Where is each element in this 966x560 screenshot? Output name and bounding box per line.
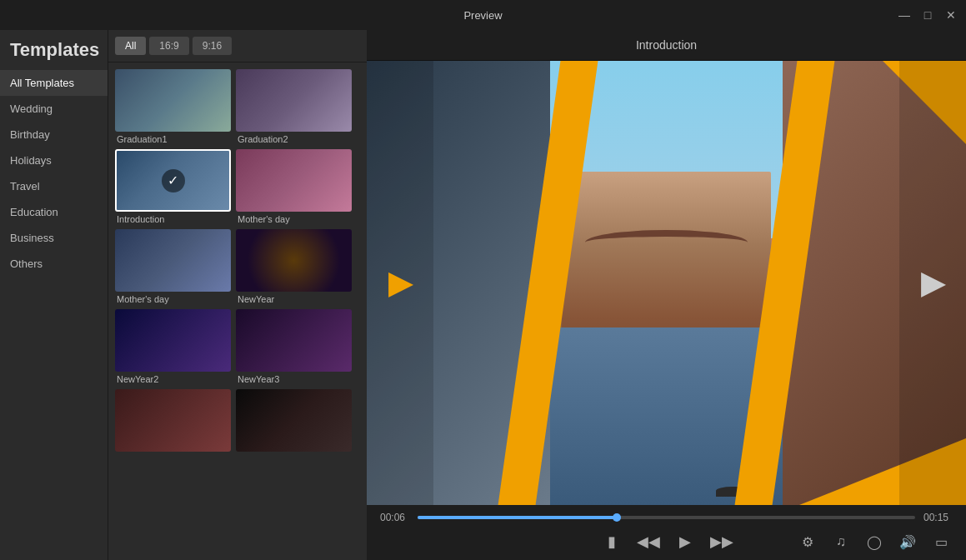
thumb-img-introduction: ✓ <box>115 149 231 212</box>
sidebar-item-travel[interactable]: Travel <box>0 173 108 199</box>
settings-button[interactable]: ⚙ <box>796 530 819 553</box>
forward-button[interactable]: ▶▶ <box>710 530 733 553</box>
thumb-label-newyear2: NewYear2 <box>115 374 231 384</box>
thumb-label-newyear: NewYear <box>236 294 352 304</box>
total-time: 00:15 <box>923 512 953 523</box>
volume-button[interactable]: 🔊 <box>896 530 919 553</box>
thumb-check-icon: ✓ <box>162 169 185 192</box>
music-button[interactable]: ♫ <box>829 530 853 553</box>
nav-left[interactable]: ▶ <box>367 61 433 505</box>
clock-button[interactable]: ◯ <box>863 530 886 553</box>
close-button[interactable]: ✕ <box>943 7 959 23</box>
thumb-img-scene2 <box>236 389 352 452</box>
preview-title: Introduction <box>367 30 966 61</box>
filter-9-16[interactable]: 9:16 <box>193 37 232 55</box>
titlebar-controls: — □ ✕ <box>896 7 959 23</box>
ctrl-settings: ⚙ ♫ ◯ 🔊 ▭ <box>796 530 953 553</box>
progress-fill <box>418 516 617 519</box>
controls-row: ▮ ◀◀ ▶ ▶▶ ⚙ <box>380 530 953 553</box>
sidebar-item-wedding[interactable]: Wedding <box>0 96 108 122</box>
preview-video: ▶ <box>367 61 966 505</box>
player-controls: 00:06 00:15 ▮ ◀◀ ▶ <box>367 505 966 560</box>
fullscreen-button[interactable]: ▭ <box>929 530 953 553</box>
progress-bar-row: 00:06 00:15 <box>380 512 953 523</box>
thumb-introduction[interactable]: ✓Introduction <box>115 149 231 224</box>
rewind-icon: ◀◀ <box>637 532 660 551</box>
music-icon: ♫ <box>836 534 846 549</box>
thumb-img-newyear3 <box>236 309 352 372</box>
thumb-newyear[interactable]: NewYear <box>236 229 352 304</box>
right-arrow-icon: ▶ <box>921 266 944 301</box>
thumb-graduation1[interactable]: Graduation1 <box>115 69 231 144</box>
gear-icon: ⚙ <box>802 534 813 550</box>
left-arrow-icon: ▶ <box>388 266 412 301</box>
thumb-label-graduation1: Graduation1 <box>115 134 231 144</box>
thumb-newyear2[interactable]: NewYear2 <box>115 309 231 384</box>
filter-16-9[interactable]: 16:9 <box>149 37 188 55</box>
sidebar-item-birthday[interactable]: Birthday <box>0 122 108 148</box>
rewind-button[interactable]: ◀◀ <box>637 530 660 553</box>
minimize-button[interactable]: — <box>896 7 913 23</box>
maximize-button[interactable]: □ <box>919 7 936 23</box>
thumb-img-scene1 <box>115 389 231 452</box>
play-icon: ▶ <box>679 532 691 551</box>
thumb-label-newyear3: NewYear3 <box>236 374 352 384</box>
clock-icon: ◯ <box>867 534 882 550</box>
thumb-label-mothersday1: Mother's day <box>236 214 352 224</box>
left-panel: Templates All TemplatesWeddingBirthdayHo… <box>0 30 108 560</box>
thumb-img-newyear2 <box>115 309 231 372</box>
thumb-img-mothersday2 <box>115 229 231 292</box>
sidebar-item-holidays[interactable]: Holidays <box>0 148 108 173</box>
thumb-img-mothersday1 <box>236 149 352 212</box>
venice-arch <box>585 230 748 255</box>
progress-track[interactable] <box>418 516 915 519</box>
thumb-img-graduation1 <box>115 69 231 132</box>
section-label: Templates <box>0 30 108 63</box>
play-button[interactable]: ▶ <box>673 530 697 553</box>
thumb-grid: Graduation1Graduation2✓IntroductionMothe… <box>115 69 352 454</box>
titlebar-title: Preview <box>463 9 502 22</box>
category-list: All TemplatesWeddingBirthdayHolidaysTrav… <box>0 63 108 560</box>
sidebar-item-business[interactable]: Business <box>0 225 108 251</box>
fullscreen-icon: ▭ <box>935 534 948 550</box>
thumb-img-newyear <box>236 229 352 292</box>
progress-thumb <box>613 513 621 522</box>
thumb-scene2[interactable] <box>236 389 352 454</box>
thumb-mothersday1[interactable]: Mother's day <box>236 149 352 224</box>
preview-canvas: ▶ <box>367 61 966 505</box>
sidebar-item-all[interactable]: All Templates <box>0 70 108 96</box>
thumb-graduation2[interactable]: Graduation2 <box>236 69 352 144</box>
current-time: 00:06 <box>380 512 409 523</box>
preview-panel: Introduction ▶ <box>367 30 966 560</box>
thumb-label-mothersday2: Mother's day <box>115 294 231 304</box>
filter-all[interactable]: All <box>115 37 146 55</box>
stop-icon: ▮ <box>608 532 616 551</box>
thumb-mothersday2[interactable]: Mother's day <box>115 229 231 304</box>
thumb-scene1[interactable] <box>115 389 231 454</box>
thumb-label-introduction: Introduction <box>115 214 231 224</box>
thumb-label-graduation2: Graduation2 <box>236 134 352 144</box>
thumbnail-grid-container[interactable]: Graduation1Graduation2✓IntroductionMothe… <box>108 62 358 461</box>
filter-bar: All 16:9 9:16 <box>108 30 367 62</box>
stop-button[interactable]: ▮ <box>600 530 623 553</box>
sidebar-item-education[interactable]: Education <box>0 199 108 225</box>
volume-icon: 🔊 <box>899 534 916 550</box>
thumb-newyear3[interactable]: NewYear3 <box>236 309 352 384</box>
titlebar: Preview — □ ✕ <box>0 0 966 30</box>
content-area: All 16:9 9:16 Graduation1Graduation2✓Int… <box>108 30 966 560</box>
forward-icon: ▶▶ <box>710 532 733 551</box>
thumb-img-graduation2 <box>236 69 352 132</box>
thumbnail-panel: All 16:9 9:16 Graduation1Graduation2✓Int… <box>108 30 367 560</box>
nav-right[interactable]: ▶ <box>899 61 966 505</box>
sidebar-item-others[interactable]: Others <box>0 251 108 277</box>
main-layout: Templates All TemplatesWeddingBirthdayHo… <box>0 30 966 560</box>
